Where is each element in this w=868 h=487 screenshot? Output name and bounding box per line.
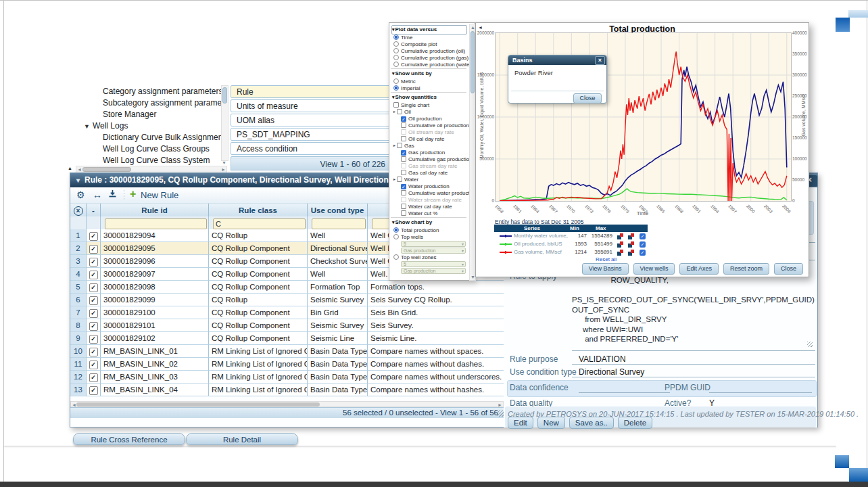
list-item[interactable]: Access condition [231, 142, 390, 155]
settings-item[interactable]: Metric [393, 78, 416, 85]
list-item[interactable]: Rule [231, 85, 390, 98]
tab-rule-cross-reference[interactable]: Rule Cross Reference [73, 433, 185, 445]
radio-icon[interactable] [393, 78, 399, 84]
tree-item[interactable]: ▼Well Logs [84, 121, 128, 131]
save-as-button[interactable]: Save as.. [569, 417, 614, 429]
table-row[interactable]: 8✓300001829101CQ Rollup ComponentSeismic… [70, 319, 504, 332]
settings-item[interactable]: ✓Gas production [401, 149, 445, 156]
row-checkbox[interactable]: ✓ [89, 232, 98, 241]
tree-item[interactable]: Well Log Curve Class System [103, 156, 210, 165]
section-title[interactable]: Show units by [392, 70, 432, 76]
axis-assign-icon[interactable] [628, 233, 634, 239]
radio-icon[interactable] [393, 55, 399, 60]
row-checkbox[interactable]: ✓ [89, 296, 98, 305]
checkbox-icon[interactable]: ✓ [401, 150, 406, 156]
tree-vertical-scrollbar[interactable] [221, 85, 228, 161]
settings-item[interactable]: Cumulative production (oil) [393, 48, 465, 55]
list-item[interactable]: UOM alias [231, 114, 390, 126]
expander-icon[interactable]: ▸ [393, 143, 395, 149]
settings-item[interactable]: Water stream day rate [401, 197, 462, 204]
settings-item[interactable]: Gas cal day rate [401, 170, 448, 177]
rule-sql-textarea[interactable]: ROW_QUALITY, PS_IS_RECORD_OUT_OF_SYNC('W… [572, 275, 817, 344]
row-checkbox[interactable]: ✓ [89, 245, 98, 254]
checkbox-icon[interactable] [401, 204, 406, 209]
filter-rule-class[interactable]: C [213, 218, 306, 229]
series-visible-checkbox[interactable]: ✓ [640, 250, 646, 256]
tree-item[interactable]: Store Manager [103, 110, 156, 119]
download-icon[interactable] [108, 189, 117, 200]
tree-expanded-icon[interactable]: ▼ [84, 123, 90, 130]
settings-item[interactable]: ▸Oil [393, 109, 411, 116]
settings-item[interactable]: Composite plot [393, 41, 437, 48]
tab-rule-detail[interactable]: Rule Detail [186, 433, 298, 445]
reset-zoom-button[interactable]: Reset zoom [723, 263, 769, 275]
dropdown-select[interactable]: 5 [401, 241, 466, 247]
rule-purpose-value[interactable]: VALIDATION [579, 354, 626, 364]
section-title[interactable]: Show quantities [392, 94, 437, 100]
settings-item[interactable]: Gas stream day rate [401, 163, 457, 170]
table-row[interactable]: 10✓RM_BASIN_LINK_01RM Linking List of Ig… [70, 345, 504, 358]
row-checkbox[interactable]: ✓ [89, 335, 98, 344]
filter-use-cond-type[interactable] [312, 218, 366, 229]
edit-axes-button[interactable]: Edit Axes [679, 263, 719, 275]
new-button[interactable]: New [537, 417, 565, 429]
row-checkbox[interactable]: ✓ [89, 258, 98, 266]
radio-icon[interactable] [393, 34, 399, 40]
row-checkbox[interactable]: ✓ [89, 322, 98, 331]
resize-columns-icon[interactable]: ↔ [93, 189, 102, 200]
delete-button[interactable]: Delete [618, 417, 652, 429]
radio-icon[interactable] [393, 41, 399, 47]
radio-icon[interactable] [393, 227, 399, 233]
checkbox-icon[interactable] [401, 122, 406, 128]
radio-icon[interactable] [393, 254, 399, 260]
tree-collapse-arrow[interactable]: ▲ [68, 166, 72, 170]
ppdm-guid-input[interactable] [709, 392, 812, 393]
radio-icon[interactable] [393, 48, 399, 53]
gear-icon[interactable]: ⚙ [76, 189, 85, 200]
settings-item[interactable]: ▸Water [393, 177, 418, 183]
expander-icon[interactable]: ▸ [393, 177, 395, 183]
tree-scroll-down-arrow[interactable]: ▼ [222, 160, 226, 165]
tree-item[interactable]: Well Log Curve Class Groups [103, 144, 210, 154]
settings-item[interactable]: ✓Oil production [401, 116, 441, 122]
checkbox-icon[interactable] [397, 177, 402, 182]
settings-item[interactable]: Time [393, 34, 412, 41]
settings-item[interactable]: Cumulative gas production [401, 156, 469, 163]
row-checkbox[interactable]: ✓ [89, 361, 98, 369]
checkbox-icon[interactable] [401, 170, 406, 175]
settings-item[interactable]: Oil stream day rate [401, 129, 454, 136]
table-row[interactable]: 9✓300001829102CQ Rollup ComponentSeismic… [70, 332, 504, 345]
checkbox-icon[interactable] [401, 210, 406, 216]
row-checkbox[interactable]: ✓ [89, 309, 98, 318]
row-checkbox[interactable]: ✓ [89, 348, 98, 356]
checkbox-icon[interactable] [397, 109, 402, 114]
settings-item[interactable]: Water cal day rate [401, 204, 452, 210]
axis-assign-icon[interactable] [617, 241, 623, 248]
settings-item[interactable]: Single chart [393, 102, 429, 109]
section-title[interactable]: Show chart by [392, 219, 432, 225]
textarea-resize-grip[interactable] [807, 342, 813, 347]
row-checkbox[interactable]: ✓ [89, 373, 98, 382]
grid-horizontal-scrollbar[interactable]: ◄ ► [70, 401, 504, 407]
table-row[interactable]: 11✓RM_BASIN_LINK_02RM Linking List of Ig… [70, 358, 504, 371]
tree-item[interactable]: Category assignment parameters [103, 87, 221, 96]
dropdown-select[interactable]: 5 [401, 261, 466, 267]
series-visible-checkbox[interactable]: ✓ [640, 233, 646, 239]
axis-assign-icon[interactable] [617, 250, 623, 256]
table-row[interactable]: 6✓300001829099CQ RollupSeismic SurveySei… [70, 294, 504, 306]
checkbox-icon[interactable] [401, 163, 406, 168]
settings-item[interactable]: ✓Water production [401, 183, 450, 190]
basins-list-item[interactable]: Powder River [514, 69, 553, 76]
radio-icon[interactable] [393, 234, 399, 239]
axis-assign-icon[interactable] [628, 241, 634, 248]
radio-icon[interactable] [393, 85, 399, 91]
settings-item[interactable]: ▸Gas [393, 143, 414, 149]
axis-assign-icon[interactable] [617, 233, 623, 239]
tree-item[interactable]: Subcategory assignment parameters [103, 98, 221, 108]
dropdown-select[interactable]: Gas production [401, 268, 466, 274]
tree-item[interactable]: Dictionary Curve Bulk Assignment [103, 133, 221, 142]
checkbox-icon[interactable]: ✓ [401, 116, 406, 122]
section-title[interactable]: Plot data versus [392, 26, 437, 32]
legend-reset-all-link[interactable]: Reset all [596, 256, 617, 262]
settings-item[interactable]: Cumulative production (water) [393, 62, 469, 68]
